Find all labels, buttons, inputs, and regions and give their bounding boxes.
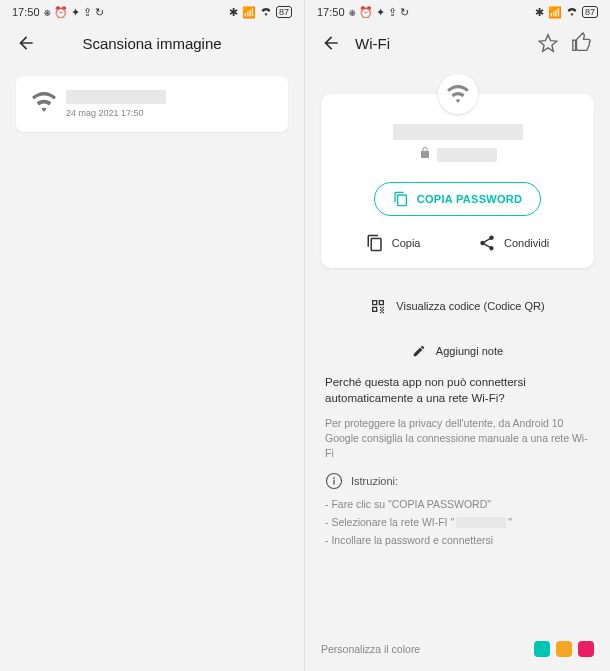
- appbar: Scansiona immagine: [0, 24, 304, 72]
- add-notes-label: Aggiungi note: [436, 345, 503, 357]
- instruction-step-3: - Incollare la password e connettersi: [325, 534, 590, 546]
- wifi-detail-card: COPIA PASSWORD Copia Condividi: [321, 94, 594, 268]
- screen-wifi-detail: 17:50 ⎈ ⏰ ✦ ⇪ ↻ ✱ 📶 87 Wi-Fi: [305, 0, 610, 671]
- info-question: Perché questa app non può connettersi au…: [325, 374, 590, 406]
- footer-label: Personalizza il colore: [321, 643, 534, 655]
- view-qr-button[interactable]: Visualizza codice (Codice QR): [321, 292, 594, 320]
- bluetooth-icon: ✱: [535, 6, 544, 19]
- status-time: 17:50: [12, 6, 40, 18]
- battery-icon: 87: [582, 6, 598, 18]
- wifi-icon: [566, 6, 578, 18]
- copy-label: Copia: [392, 237, 421, 249]
- password-redacted: [437, 148, 497, 162]
- copy-password-button[interactable]: COPIA PASSWORD: [374, 182, 542, 216]
- instruction-step-2: - Selezionare la rete WI-FI " ": [325, 516, 590, 528]
- copy-password-label: COPIA PASSWORD: [417, 193, 523, 205]
- favorite-button[interactable]: [534, 29, 562, 57]
- back-button[interactable]: [319, 31, 343, 55]
- ssid-redacted: [456, 517, 506, 528]
- color-swatch-teal[interactable]: [534, 641, 550, 657]
- page-title: Scansiona immagine: [38, 35, 266, 52]
- lock-icon: [419, 146, 431, 164]
- info-block: Perché questa app non può connettersi au…: [305, 364, 610, 562]
- status-bar: 17:50 ⎈ ⏰ ✦ ⇪ ↻ ✱ 📶 87: [0, 0, 304, 24]
- status-time: 17:50: [317, 6, 345, 18]
- add-notes-button[interactable]: Aggiungi note: [321, 338, 594, 364]
- share-button[interactable]: Condividi: [478, 234, 549, 252]
- appbar: Wi-Fi: [305, 24, 610, 72]
- status-icons-left: ⎈ ⏰ ✦ ⇪ ↻: [44, 6, 104, 19]
- scan-result-item[interactable]: 24 mag 2021 17:50: [16, 76, 288, 132]
- thumbs-up-button[interactable]: [568, 29, 596, 57]
- item-timestamp: 24 mag 2021 17:50: [66, 108, 272, 118]
- instruction-step-1: - Fare clic su "COPIA PASSWORD": [325, 498, 590, 510]
- wifi-icon: [438, 74, 478, 114]
- info-answer: Per proteggere la privacy dell'utente, d…: [325, 416, 590, 460]
- page-title: Wi-Fi: [355, 35, 390, 52]
- share-label: Condividi: [504, 237, 549, 249]
- signal-icon: 📶: [242, 6, 256, 19]
- screen-scan-image: 17:50 ⎈ ⏰ ✦ ⇪ ↻ ✱ 📶 87 Scansiona immagin…: [0, 0, 305, 671]
- wifi-icon: [260, 6, 272, 18]
- color-swatch-orange[interactable]: [556, 641, 572, 657]
- copy-button[interactable]: Copia: [366, 234, 421, 252]
- view-qr-label: Visualizza codice (Codice QR): [396, 300, 544, 312]
- ssid-redacted: [66, 90, 166, 104]
- footer: Personalizza il colore: [305, 635, 610, 663]
- info-icon: [325, 472, 343, 490]
- status-icons-left: ⎈ ⏰ ✦ ⇪ ↻: [349, 6, 409, 19]
- ssid-redacted: [393, 124, 523, 140]
- back-button[interactable]: [14, 31, 38, 55]
- battery-icon: 87: [276, 6, 292, 18]
- bluetooth-icon: ✱: [229, 6, 238, 19]
- signal-icon: 📶: [548, 6, 562, 19]
- wifi-icon: [32, 92, 56, 116]
- color-swatch-pink[interactable]: [578, 641, 594, 657]
- instructions-label: Istruzioni:: [351, 475, 398, 487]
- status-bar: 17:50 ⎈ ⏰ ✦ ⇪ ↻ ✱ 📶 87: [305, 0, 610, 24]
